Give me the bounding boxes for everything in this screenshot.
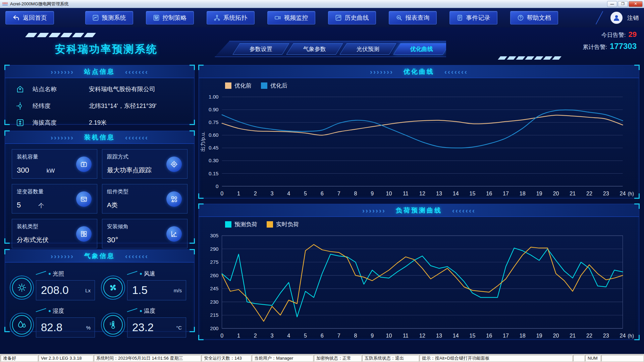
svg-text:0: 0 [220,190,223,196]
tab-pv-forecast[interactable]: 光伏预测 [339,43,396,55]
svg-text:6: 6 [321,333,324,339]
svg-text:0.15: 0.15 [209,171,218,176]
nav-item-video-monitor[interactable]: 视频监控 [267,11,315,24]
svg-text:12: 12 [419,190,425,196]
svg-text:11: 11 [403,190,409,196]
legend-swatch [267,221,273,228]
humidity-value-box: 82.8% [36,317,95,338]
svg-text:22: 22 [586,190,592,196]
nav-item-system-topology[interactable]: 系统拓扑 [207,11,255,24]
status-system-time: 系统时间：2023年05月31日 14:01:56 星期三 [94,355,201,361]
legend-swatch [225,82,231,89]
sliders-icon [153,14,160,21]
user-avatar[interactable] [610,12,623,24]
component-type-icon [170,195,178,203]
document-icon [457,14,463,21]
capacity-card: 装机容量 300kW [12,149,97,179]
elevation-icon [16,118,24,127]
nav-separator [596,11,603,24]
location-icon [16,102,24,110]
back-home-button[interactable]: 返回首页 [5,11,54,24]
wind-speed-value-box: 1.5m/s [127,280,186,300]
component-type-card: 组件类型 A类 [102,184,187,214]
nav-item-event-log[interactable]: 事件记录 [449,11,497,24]
svg-text:3: 3 [271,333,274,339]
title-banner: 安科瑞功率预测系统 [5,29,233,59]
legend-item-realtime-load[interactable]: 实时负荷 [267,221,299,228]
svg-text:215: 215 [210,312,218,318]
svg-text:8: 8 [354,333,357,339]
site-altitude-row: 海拔高度 2.19米 [14,118,185,127]
svg-text:0.60: 0.60 [209,132,218,138]
svg-text:10: 10 [386,333,392,339]
tab-weather-parameters[interactable]: 气象参数 [286,43,343,55]
topology-icon [214,14,220,21]
svg-text:24: 24 [620,190,626,196]
close-button[interactable]: ✕ [629,1,643,7]
svg-text:0.45: 0.45 [209,145,218,150]
load-forecast-title: 负荷预测曲线 [396,206,442,215]
status-ready: 准备好 [1,355,38,361]
inverter-card: 逆变器数量 5个 [12,184,97,214]
tab-parameter-settings[interactable]: 参数设置 [232,43,289,55]
svg-text:0.75: 0.75 [209,119,218,125]
legend-swatch [261,82,267,89]
minimize-button[interactable]: — [607,1,617,7]
nav-item-control-strategy[interactable]: 控制策略 [146,11,194,24]
svg-text:1.00: 1.00 [209,94,218,100]
svg-text:230: 230 [210,299,218,305]
svg-text:15: 15 [469,190,475,196]
svg-text:21: 21 [570,190,576,196]
svg-text:4: 4 [287,190,290,196]
svg-text:19: 19 [536,190,542,196]
weather-info-panel: ››››››› 气象信息 ‹‹‹‹‹‹‹ 光照 208.0Lx [5,249,195,332]
status-empty-2 [601,355,643,361]
status-five-prevention: 五防系统状态：退出 [362,355,419,361]
help-icon [517,14,524,21]
load-forecast-panel: ››››››› 负荷预测曲线 ‹‹‹‹‹‹‹ 预测负荷 实时负荷 2002152… [199,204,639,340]
tracking-card: 跟踪方式 最大功率点跟踪 [102,149,187,179]
svg-text:9: 9 [371,190,374,196]
total-alert-value: 177303 [610,42,637,51]
svg-text:13: 13 [436,190,442,196]
svg-text:0.30: 0.30 [209,158,218,163]
install-info-title: 装机信息 [84,133,115,142]
nav-item-history-curve[interactable]: 历史曲线 [328,11,376,24]
maximize-button[interactable]: ❐ [618,1,628,7]
svg-text:0.90: 0.90 [209,107,218,112]
logout-button[interactable]: 注销 [627,14,639,22]
tab-strip: 参数设置 气象参数 光伏预测 优化曲线 [215,41,446,57]
nav-bar: 返回首页 预测系统 控制策略 系统拓扑 视频监控 历史曲线 [0,8,644,27]
nav-item-help-docs[interactable]: 帮助文档 [510,11,558,24]
svg-text:17: 17 [503,190,509,196]
capacity-icon [80,160,88,168]
legend-item-before-optimization[interactable]: 优化前 [225,82,252,89]
status-current-user: 当前用户：Manager [252,355,313,361]
svg-text:13: 13 [436,333,442,339]
nav-item-report-query[interactable]: 报表查询 [389,11,437,24]
legend-item-after-optimization[interactable]: 优化后 [261,82,287,89]
site-info-header: ››››››› 站点信息 ‹‹‹‹‹‹‹ [5,65,194,78]
svg-text:0: 0 [216,183,218,189]
optimization-curve-panel: ››››››› 优化曲线 ‹‹‹‹‹‹‹ 优化前 优化后 00.150.300.… [199,65,639,198]
report-search-icon [396,14,402,21]
left-column: ››››››› 站点信息 ‹‹‹‹‹‹‹ 站点名称 安科瑞电气股份有限公司 经纬… [5,65,195,353]
load-forecast-chart: 2002152302452602752903050123456789101112… [199,232,639,341]
svg-text:2: 2 [254,190,257,196]
svg-text:1: 1 [237,333,240,339]
user-icon [612,14,621,22]
tab-optimization-curve[interactable]: 优化曲线 [393,43,450,55]
svg-text:260: 260 [210,273,218,278]
install-info-panel: ››››››› 装机信息 ‹‹‹‹‹‹‹ 装机容量 300kW 跟踪方式 最大功… [5,131,195,243]
svg-text:305: 305 [210,233,218,238]
thermometer-icon [108,320,118,330]
status-hint: 提示：按Alt+D组合键打开功能面板 [420,355,572,361]
nav-item-forecast-system[interactable]: 预测系统 [85,11,133,24]
legend-item-forecast-load[interactable]: 预测负荷 [225,221,257,228]
svg-text:9: 9 [371,333,374,339]
svg-text:21: 21 [570,333,576,339]
main-content: ››››››› 站点信息 ‹‹‹‹‹‹‹ 站点名称 安科瑞电气股份有限公司 经纬… [0,62,644,354]
svg-text:4: 4 [287,333,290,339]
irradiance-item: 光照 208.0Lx [10,270,99,300]
page-header: 安科瑞功率预测系统 参数设置 气象参数 光伏预测 优化曲线 今日告警:29 累计… [0,27,644,62]
